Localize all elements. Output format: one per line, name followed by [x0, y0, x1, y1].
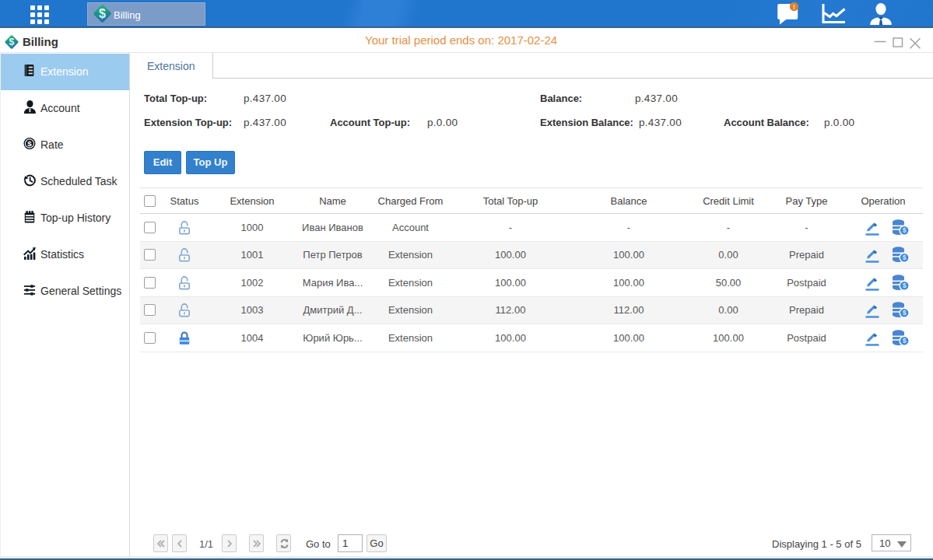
svg-text:$: $ — [903, 282, 907, 289]
svg-text:$: $ — [903, 310, 907, 317]
svg-text:$: $ — [903, 337, 907, 345]
svg-text:$: $ — [9, 37, 15, 47]
svg-text:$: $ — [99, 7, 106, 20]
svg-text:$: $ — [903, 226, 907, 234]
svg-text:!: ! — [793, 3, 795, 11]
svg-text:$: $ — [27, 139, 32, 148]
svg-text:$: $ — [903, 254, 907, 262]
